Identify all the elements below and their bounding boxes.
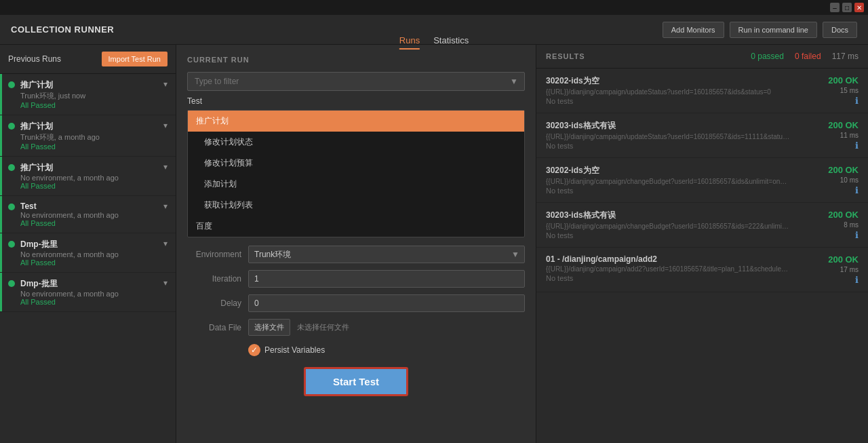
run-item-info: 推广计划 Trunk环境, just now All Passed	[20, 79, 85, 109]
run-status-border	[0, 273, 2, 311]
dropdown-list-item[interactable]: 添加计划	[188, 174, 524, 195]
run-item-left: Dmp-批里 No environment, a month ago All P…	[8, 278, 119, 306]
minimize-button[interactable]: –	[830, 3, 840, 12]
run-item-left: 推广计划 Trunk环境, a month ago All Passed	[8, 121, 100, 151]
data-file-button[interactable]: 选择文件	[248, 319, 290, 336]
app-title: COLLECTION RUNNER	[11, 24, 663, 35]
run-item-info: Test No environment, a month ago All Pas…	[20, 201, 119, 227]
filter-container: ▼	[187, 72, 525, 91]
start-test-wrapper: Start Test	[187, 367, 525, 396]
persist-variables-row: ✓ Persist Variables	[248, 344, 525, 356]
results-stats: 0 passed 0 failed 117 ms	[751, 52, 859, 61]
middle-panel: CURRENT RUN ▼ Test 推广计划修改计划状态修改计划预算添加计划获…	[176, 45, 536, 443]
result-item-url: {{URL}}/dianjing/campaign/changeBudget?u…	[546, 178, 790, 185]
run-item-left: Test No environment, a month ago All Pas…	[8, 201, 119, 227]
result-item-name: 30202-ids为空	[546, 165, 790, 176]
run-item[interactable]: Dmp-批里 No environment, a month ago All P…	[0, 233, 176, 273]
right-panel: RESULTS 0 passed 0 failed 117 ms 30202-i…	[536, 45, 868, 443]
environment-select[interactable]: Trunk环境 No environment	[248, 246, 525, 263]
run-in-command-line-button[interactable]: Run in command line	[730, 22, 817, 38]
iteration-row: Iteration	[187, 270, 525, 288]
delay-row: Delay	[187, 294, 525, 312]
run-item-left: Dmp-批里 No environment, a month ago All P…	[8, 239, 119, 267]
maximize-button[interactable]: □	[842, 3, 852, 12]
run-item-status: All Passed	[20, 101, 85, 109]
dropdown-list-item[interactable]: 获取计划列表	[188, 195, 524, 216]
result-item-left: 01 - /dianjing/campaign/add2 {{URL}}/dia…	[546, 254, 790, 282]
run-item[interactable]: 推广计划 Trunk环境, just now All Passed ▾	[0, 74, 176, 115]
collection-filter-input[interactable]	[187, 72, 525, 91]
run-item[interactable]: Dmp-批里 No environment, a month ago All P…	[0, 273, 176, 312]
run-item-left: 推广计划 Trunk环境, just now All Passed	[8, 79, 85, 109]
run-item-info: 推广计划 Trunk环境, a month ago All Passed	[20, 121, 100, 151]
result-status-badge: 200 OK	[828, 120, 859, 130]
run-item-info: Dmp-批里 No environment, a month ago All P…	[20, 239, 119, 267]
delay-input[interactable]	[248, 294, 525, 312]
result-info-icon[interactable]: ℹ	[855, 185, 859, 195]
run-item-chevron-icon: ▾	[163, 278, 167, 288]
result-time: 10 ms	[840, 176, 859, 184]
data-file-text: 未选择任何文件	[297, 322, 349, 332]
run-item[interactable]: Test No environment, a month ago All Pas…	[0, 196, 176, 233]
run-status-dot	[8, 123, 15, 130]
passed-count: 0 passed	[751, 52, 784, 61]
iteration-input[interactable]	[248, 270, 525, 288]
left-panel-header: Previous Runs Import Test Run	[0, 45, 176, 74]
result-item-tests: No tests	[546, 142, 790, 150]
result-item-tests: No tests	[546, 97, 771, 105]
result-item-right: 200 OK 17 ms ℹ	[828, 254, 859, 285]
persist-check-icon[interactable]: ✓	[248, 344, 260, 356]
run-status-border	[0, 74, 2, 115]
result-item: 30202-ids为空 {{URL}}/dianjing/campaign/up…	[536, 69, 868, 113]
close-button[interactable]: ✕	[854, 3, 864, 12]
result-item: 01 - /dianjing/campaign/add2 {{URL}}/dia…	[536, 248, 868, 292]
result-info-icon[interactable]: ℹ	[855, 140, 859, 151]
data-file-row: Data File 选择文件 未选择任何文件	[187, 319, 525, 336]
run-item-chevron-icon: ▾	[163, 162, 167, 172]
result-item-url: {{URL}}/dianjing/campaign/changeBudget?u…	[546, 223, 790, 230]
dropdown-list-item[interactable]: 修改计划预算	[188, 153, 524, 174]
run-status-border	[0, 233, 2, 272]
result-item-right: 200 OK 15 ms ℹ	[828, 75, 859, 106]
run-item-name: Dmp-批里	[20, 278, 119, 290]
result-info-icon[interactable]: ℹ	[855, 96, 859, 106]
run-items-list: 推广计划 Trunk环境, just now All Passed ▾ 推广计划…	[0, 74, 176, 312]
failed-count: 0 failed	[795, 52, 821, 61]
results-list: 30202-ids为空 {{URL}}/dianjing/campaign/up…	[536, 69, 868, 443]
environment-row: Environment Trunk环境 No environment ▼	[187, 246, 525, 263]
run-item-name: 推广计划	[20, 121, 100, 132]
run-status-border	[0, 115, 2, 156]
dropdown-list-item[interactable]: 推广计划	[188, 111, 524, 132]
run-item[interactable]: 推广计划 No environment, a month ago All Pas…	[0, 157, 176, 196]
run-item-chevron-icon: ▾	[163, 239, 167, 248]
add-monitors-button[interactable]: Add Monitors	[663, 22, 724, 38]
tab-runs[interactable]: Runs	[399, 35, 420, 50]
result-item-left: 30202-ids为空 {{URL}}/dianjing/campaign/ch…	[546, 165, 790, 195]
run-status-dot	[8, 204, 15, 210]
header-tabs: Runs Statistics	[399, 35, 469, 50]
tab-statistics[interactable]: Statistics	[433, 35, 469, 50]
docs-button[interactable]: Docs	[823, 22, 857, 38]
run-item-status: All Passed	[20, 182, 119, 190]
run-item-left: 推广计划 No environment, a month ago All Pas…	[8, 162, 119, 190]
start-test-button[interactable]: Start Test	[304, 367, 408, 396]
result-item: 30203-ids格式有误 {{URL}}/dianjing/campaign/…	[536, 113, 868, 158]
delay-label: Delay	[187, 298, 241, 308]
result-info-icon[interactable]: ℹ	[855, 230, 859, 240]
result-item: 30203-ids格式有误 {{URL}}/dianjing/campaign/…	[536, 203, 868, 248]
run-item-chevron-icon: ▾	[163, 121, 167, 130]
result-time: 17 ms	[840, 266, 859, 273]
run-item[interactable]: 推广计划 Trunk环境, a month ago All Passed ▾	[0, 115, 176, 157]
dropdown-list-item[interactable]: 修改计划状态	[188, 132, 524, 153]
run-status-dot	[8, 164, 15, 171]
result-info-icon[interactable]: ℹ	[855, 275, 859, 285]
run-item-status: All Passed	[20, 298, 119, 306]
result-status-badge: 200 OK	[828, 210, 859, 220]
import-test-run-button[interactable]: Import Test Run	[102, 52, 167, 66]
result-status-badge: 200 OK	[828, 75, 859, 85]
run-status-dot	[8, 241, 15, 248]
title-bar: – □ ✕	[0, 0, 868, 15]
dropdown-list-item[interactable]: 百度	[188, 216, 524, 237]
run-item-env: Trunk环境, just now	[20, 91, 85, 101]
run-item-env: No environment, a month ago	[20, 211, 119, 219]
